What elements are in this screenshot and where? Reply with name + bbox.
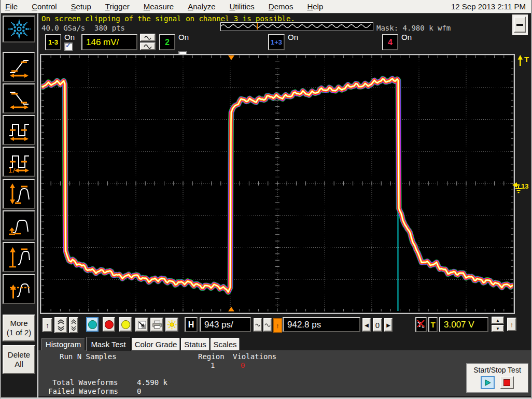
up-triangle-icon: ▲ — [496, 318, 500, 323]
ground-reference-marker: 13 — [512, 180, 532, 196]
large-wave-icon — [264, 323, 271, 327]
sidebar-divider — [37, 13, 38, 399]
region-value: 1 — [211, 361, 215, 369]
level-down-button[interactable]: ▼ — [492, 325, 504, 332]
start-stop-test-label: Start/Stop Test — [467, 366, 528, 374]
trigger-level-button[interactable]: T — [428, 317, 438, 332]
more-measurements-button[interactable]: More (1 of 2) — [3, 315, 35, 341]
menu-trigger[interactable]: Trigger — [105, 2, 130, 11]
channel-1-3-scale-value: 146 mV/ — [86, 37, 119, 48]
channel-1-3-on-checkbox[interactable] — [64, 42, 73, 51]
amplitude-icon — [8, 182, 31, 205]
measure-period-button[interactable] — [3, 115, 35, 145]
level-up-button[interactable]: ▲ — [492, 317, 504, 324]
trigger-arrow-icon — [517, 55, 523, 66]
measure-v-top-button[interactable] — [3, 242, 35, 272]
sample-rate: 40.0 GSa/s — [41, 24, 85, 32]
channel-1-3-label: 1-3 — [48, 38, 58, 46]
delete-all-button[interactable]: Delete All — [3, 345, 35, 374]
marker-a-button[interactable] — [86, 317, 99, 332]
minimize-button[interactable] — [514, 17, 526, 33]
marker-b-icon — [105, 320, 114, 329]
vertical-up-button[interactable]: ↑ — [43, 318, 52, 332]
agilent-logo-icon — [5, 17, 34, 41]
trigger-level-value: 3.007 V — [444, 320, 474, 330]
frequency-icon: 1/ — [8, 150, 31, 173]
measure-amplitude-button[interactable] — [3, 179, 35, 209]
start-stop-test-group: Start/Stop Test — [466, 363, 528, 393]
print-button[interactable] — [150, 318, 163, 332]
marker-b-button[interactable] — [103, 317, 115, 332]
tab-status[interactable]: Status — [181, 338, 209, 350]
clock: 12 Sep 2013 2:11 PM — [451, 2, 526, 11]
timebase-coarse-button[interactable] — [263, 318, 272, 332]
measure-rise-time-button[interactable] — [3, 52, 35, 82]
printer-icon — [152, 320, 162, 329]
channel-2-label: 2 — [165, 38, 170, 47]
large-wave-icon — [144, 44, 152, 49]
failed-waveforms-value: 0 — [137, 387, 141, 395]
channel-4-button[interactable]: 4 — [382, 34, 398, 50]
channel-1-3-scale-field[interactable]: 146 mV/ — [81, 34, 137, 50]
menu-help[interactable]: Help — [307, 2, 323, 11]
horizontal-button[interactable]: H — [185, 317, 198, 332]
menu-control[interactable]: Control — [32, 2, 57, 11]
timebase-fine-button[interactable] — [254, 318, 262, 332]
delay-right-button[interactable]: ▶ — [384, 318, 393, 332]
region-header: Region — [198, 352, 225, 361]
delay-field[interactable]: 942.8 ps — [283, 317, 360, 332]
tab-color-grade[interactable]: Color Grade — [132, 338, 180, 350]
channel-4-label: 4 — [388, 38, 393, 47]
delay-value: 942.8 ps — [287, 320, 321, 330]
delay-left-button[interactable]: ◀ — [362, 318, 371, 332]
display-brightness-button[interactable] — [165, 318, 178, 332]
svg-text:13: 13 — [521, 182, 528, 190]
coarse-scale-stepper[interactable] — [54, 317, 67, 333]
waveform-display[interactable] — [40, 54, 515, 314]
delay-zero-button[interactable]: 0 — [373, 318, 382, 332]
channel-2-button[interactable]: 2 — [159, 34, 175, 50]
channel-1-3-button[interactable]: 1-3 — [45, 34, 61, 50]
measure-v-average-button[interactable] — [3, 274, 35, 304]
start-test-button[interactable] — [481, 376, 495, 389]
menu-demos[interactable]: Demos — [269, 2, 293, 11]
measure-fall-time-button[interactable] — [3, 83, 35, 113]
measure-frequency-button[interactable]: 1/ — [3, 147, 35, 177]
timebase-field[interactable]: 943 ps/ — [200, 317, 251, 332]
menu-file[interactable]: File — [5, 2, 18, 11]
menu-measure[interactable]: Measure — [144, 2, 174, 11]
menu-analyze[interactable]: Analyze — [188, 2, 215, 11]
trigger-up-button[interactable]: ↑ — [507, 318, 516, 331]
scale-wave-down-button[interactable] — [140, 42, 156, 50]
v-base-icon — [8, 214, 31, 237]
more-page-label: (1 of 2) — [7, 328, 32, 337]
marker-c-button[interactable] — [119, 317, 132, 332]
channel-1p3-button[interactable]: 1+3 — [268, 34, 285, 50]
stop-icon — [503, 379, 510, 386]
fine-scale-stepper[interactable] — [69, 317, 78, 333]
channel-1p3-label: 1+3 — [271, 38, 282, 46]
scale-wave-up-button[interactable] — [140, 34, 156, 41]
mask-count: Mask: 4.980 k wfm — [376, 24, 451, 32]
waveform-preview-bar[interactable] — [220, 22, 373, 31]
channel-4-on-label: On — [401, 33, 412, 41]
marker-a-icon — [88, 320, 97, 329]
trigger-conditioning-button[interactable]: T u — [415, 317, 427, 332]
menu-setup[interactable]: Setup — [71, 2, 91, 11]
tab-scales[interactable]: Scales — [211, 338, 240, 350]
screen-copy-button[interactable] — [135, 318, 148, 332]
mask-mode-label: Run N Samples — [60, 352, 117, 361]
measure-v-base-button[interactable] — [3, 210, 35, 240]
agilent-logo-button[interactable] — [3, 16, 35, 42]
menu-utilities[interactable]: Utilities — [230, 2, 255, 11]
tab-histogram[interactable]: Histogram — [41, 338, 85, 350]
minimize-strip — [512, 15, 528, 35]
marker-c-icon — [121, 320, 130, 329]
trigger-level-field[interactable]: 3.007 V — [439, 317, 488, 332]
double-chevron-icon — [57, 319, 65, 332]
trigger-marker-label: T — [524, 55, 529, 64]
tab-mask-test[interactable]: Mask Test — [86, 337, 131, 351]
stop-test-button[interactable] — [500, 376, 514, 389]
trigger-position-button[interactable]: ↑ — [273, 318, 282, 333]
failed-waveforms-label: Failed Waveforms — [48, 387, 118, 395]
